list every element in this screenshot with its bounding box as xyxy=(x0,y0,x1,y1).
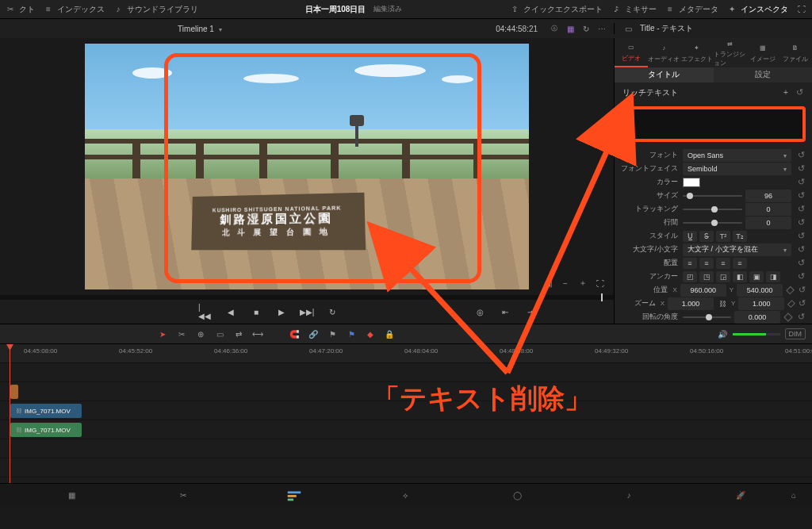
reset-fontface[interactable] xyxy=(796,164,806,174)
lock-button[interactable]: 🔒 xyxy=(384,328,395,339)
anchor-mc[interactable]: ▣ xyxy=(749,271,764,282)
track-v3[interactable] xyxy=(0,363,812,382)
position-y[interactable]: 540.000 xyxy=(737,284,783,297)
reset-linespacing[interactable] xyxy=(796,218,806,228)
home-button[interactable]: ⌂ xyxy=(785,487,802,504)
link-icon[interactable]: ⛓ xyxy=(717,298,728,309)
reset-tracking[interactable] xyxy=(796,205,806,214)
subtab-settings[interactable]: 設定 xyxy=(714,67,813,82)
track-v1[interactable]: ⛓ IMG_7071.MOV xyxy=(0,401,812,420)
track-a3[interactable] xyxy=(0,458,812,477)
align-justify-button[interactable]: ≡ xyxy=(733,258,747,269)
font-dropdown[interactable]: Open Sans xyxy=(683,149,791,162)
fairlight-page-button[interactable]: ♪ xyxy=(620,487,638,504)
font-face-dropdown[interactable]: Semibold xyxy=(683,163,791,175)
cut-tab[interactable]: ✂クト xyxy=(5,4,35,15)
size-value[interactable]: 96 xyxy=(745,190,791,202)
subtab-title[interactable]: タイトル xyxy=(615,67,714,82)
reset-color[interactable] xyxy=(796,178,806,187)
viewer-menu-icon[interactable]: ▦ xyxy=(565,23,576,34)
tab-image[interactable]: ▦イメージ xyxy=(746,38,779,67)
inspector-button[interactable]: ✦インスペクタ xyxy=(726,4,788,15)
ripple-tool[interactable]: ⟷ xyxy=(252,328,263,339)
reset-richtext[interactable] xyxy=(795,88,804,98)
title-clip[interactable] xyxy=(10,385,18,399)
anchor-mr[interactable]: ◨ xyxy=(766,271,780,282)
prev-frame-button[interactable]: ◀ xyxy=(224,305,238,319)
anchor-ml[interactable]: ◧ xyxy=(733,271,747,282)
expand-icon[interactable]: ⛶ xyxy=(796,4,807,15)
match-frame-button[interactable]: ◎ xyxy=(473,305,487,319)
align-right-button[interactable]: ≡ xyxy=(716,258,730,269)
stop-button[interactable]: ■ xyxy=(249,305,263,319)
flag-button[interactable]: ⚑ xyxy=(327,328,338,339)
zoom-out-icon[interactable]: − xyxy=(560,278,571,289)
marker-button[interactable]: ⚑ xyxy=(346,328,357,339)
marker2-button[interactable]: ◆ xyxy=(365,328,376,339)
reset-case[interactable] xyxy=(796,245,806,255)
next-frame-button[interactable]: ▶▶| xyxy=(300,305,314,319)
subscript-button[interactable]: T₂ xyxy=(733,231,747,242)
reset-style[interactable] xyxy=(796,232,806,241)
reset-rotation[interactable] xyxy=(796,312,806,322)
insert-tool[interactable]: ⊕ xyxy=(195,328,206,339)
safe-area-icon[interactable]: ▣ xyxy=(542,278,553,289)
position-keyframe[interactable] xyxy=(786,286,795,294)
timeline-name[interactable]: Timeline 1 xyxy=(178,25,214,33)
audio-clip-a[interactable]: ⛓ IMG_7071.MOV xyxy=(10,423,82,437)
anchor-tr[interactable]: ◲ xyxy=(716,271,730,282)
playhead[interactable] xyxy=(10,344,10,483)
zoom-y[interactable]: 1.000 xyxy=(738,297,784,310)
overwrite-tool[interactable]: ▭ xyxy=(214,328,225,339)
first-frame-button[interactable]: |◀◀ xyxy=(198,305,213,319)
reset-zoom[interactable] xyxy=(799,299,806,309)
zoom-x[interactable]: 1.000 xyxy=(668,297,714,310)
mark-out-button[interactable]: ⇥ xyxy=(523,305,538,319)
underline-button[interactable]: U̲ xyxy=(683,231,697,242)
mark-in-button[interactable]: ⇤ xyxy=(498,305,512,319)
timeline[interactable]: 04:45:08:00 04:45:52:00 04:46:36:00 04:4… xyxy=(0,344,812,483)
rotation-value[interactable]: 0.000 xyxy=(734,311,780,324)
reset-size[interactable] xyxy=(796,191,806,201)
tab-audio[interactable]: ♪オーディオ xyxy=(648,38,681,67)
position-x[interactable]: 960.000 xyxy=(680,284,726,297)
linespacing-slider[interactable] xyxy=(683,222,742,224)
options-icon[interactable]: ⋯ xyxy=(596,23,607,34)
replace-tool[interactable]: ⇄ xyxy=(233,328,244,339)
color-page-button[interactable]: ◯ xyxy=(509,487,527,504)
tracking-value[interactable]: 0 xyxy=(745,203,791,216)
tab-file[interactable]: 🗎ファイル xyxy=(779,38,813,67)
align-center-button[interactable]: ≡ xyxy=(699,258,714,269)
reset-font[interactable] xyxy=(796,151,806,160)
tab-transition[interactable]: ⇄トランジション xyxy=(714,38,747,67)
rotation-slider[interactable] xyxy=(683,316,731,318)
rich-text-input[interactable] xyxy=(621,106,806,142)
align-left-button[interactable]: ≡ xyxy=(683,258,697,269)
timeline-ruler[interactable]: 04:45:08:00 04:45:52:00 04:46:36:00 04:4… xyxy=(0,344,812,363)
reset-align[interactable] xyxy=(796,259,806,268)
loop-button[interactable]: ↻ xyxy=(325,305,339,319)
timecode-display[interactable]: 04:44:58:21 xyxy=(400,25,542,33)
tab-effect[interactable]: ✦エフェクト xyxy=(680,38,714,67)
loop-icon[interactable]: ↻ xyxy=(580,23,592,34)
mixer-button[interactable]: ♪̵ミキサー xyxy=(611,4,657,15)
zoom-keyframe[interactable] xyxy=(787,300,795,308)
tab-video[interactable]: ▭ビデオ xyxy=(615,38,648,67)
speaker-icon[interactable]: 🔊 xyxy=(717,328,728,339)
reset-anchor[interactable] xyxy=(796,272,806,282)
anchor-tl[interactable]: ◰ xyxy=(683,271,697,282)
sound-library-button[interactable]: ♪サウンドライブラリ xyxy=(113,4,198,15)
mini-playhead[interactable] xyxy=(601,293,603,301)
linespacing-value[interactable]: 0 xyxy=(745,217,791,229)
case-dropdown[interactable]: 大文字 / 小文字を混在 xyxy=(683,243,791,256)
zoom-in-icon[interactable]: ＋ xyxy=(577,278,588,289)
reset-position[interactable] xyxy=(798,286,806,295)
metadata-button[interactable]: ≡メタデータ xyxy=(665,4,718,15)
strikethrough-button[interactable]: S̶ xyxy=(699,231,714,242)
viewer[interactable]: KUSHIRO SHITSUGEN NATIONAL PARK 釧路湿原国立公園… xyxy=(0,38,614,295)
size-slider[interactable] xyxy=(683,195,742,197)
color-swatch[interactable] xyxy=(683,178,700,187)
fullscreen-icon[interactable]: ⛶ xyxy=(595,278,606,289)
track-v2[interactable] xyxy=(0,382,812,401)
track-a2[interactable] xyxy=(0,439,812,458)
